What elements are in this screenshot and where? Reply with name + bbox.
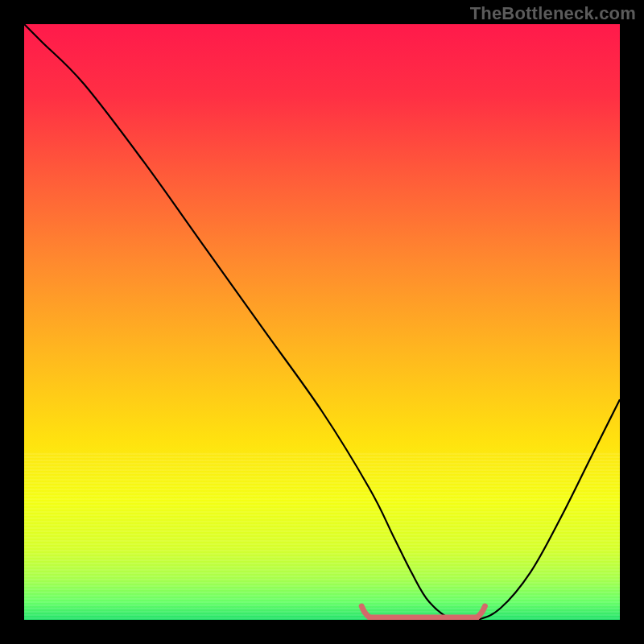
- svg-rect-51: [24, 617, 620, 619]
- svg-rect-26: [24, 537, 620, 539]
- svg-rect-36: [24, 569, 620, 571]
- svg-rect-31: [24, 553, 620, 555]
- svg-rect-8: [24, 479, 620, 481]
- svg-rect-11: [24, 489, 620, 490]
- svg-rect-34: [24, 563, 620, 564]
- svg-rect-20: [24, 518, 620, 519]
- svg-rect-38: [24, 576, 620, 577]
- svg-rect-7: [24, 476, 620, 477]
- svg-rect-29: [24, 547, 620, 548]
- svg-rect-42: [24, 588, 620, 590]
- svg-rect-13: [24, 495, 620, 497]
- svg-rect-24: [24, 530, 620, 532]
- svg-rect-41: [24, 585, 620, 587]
- svg-rect-10: [24, 485, 620, 487]
- svg-rect-33: [24, 559, 620, 561]
- svg-rect-1: [24, 456, 620, 458]
- watermark-text: TheBottleneck.com: [470, 3, 636, 24]
- svg-rect-39: [24, 579, 620, 580]
- svg-rect-6: [24, 473, 620, 474]
- svg-rect-14: [24, 498, 620, 500]
- svg-rect-35: [24, 566, 620, 568]
- svg-rect-32: [24, 556, 620, 558]
- svg-rect-5: [24, 469, 620, 471]
- svg-rect-4: [24, 466, 620, 468]
- svg-rect-21: [24, 521, 620, 522]
- svg-rect-9: [24, 482, 620, 484]
- svg-rect-46: [24, 601, 620, 603]
- svg-rect-45: [24, 598, 620, 600]
- bottleneck-chart: [24, 24, 620, 620]
- plot-area: [24, 24, 620, 620]
- svg-rect-19: [24, 514, 620, 516]
- svg-rect-47: [24, 605, 620, 606]
- svg-rect-28: [24, 543, 620, 545]
- svg-rect-43: [24, 592, 620, 593]
- svg-rect-49: [24, 611, 620, 613]
- svg-rect-44: [24, 595, 620, 597]
- svg-rect-2: [24, 460, 620, 461]
- svg-rect-12: [24, 492, 620, 493]
- chart-frame: TheBottleneck.com: [0, 0, 644, 644]
- svg-rect-3: [24, 463, 620, 464]
- svg-rect-30: [24, 550, 620, 551]
- svg-rect-40: [24, 582, 620, 584]
- svg-rect-48: [24, 608, 620, 609]
- svg-rect-18: [24, 511, 620, 513]
- svg-rect-15: [24, 502, 620, 503]
- svg-rect-0: [24, 453, 620, 455]
- svg-rect-17: [24, 508, 620, 510]
- svg-rect-22: [24, 524, 620, 526]
- svg-rect-25: [24, 534, 620, 535]
- svg-rect-16: [24, 505, 620, 506]
- svg-rect-27: [24, 540, 620, 542]
- svg-rect-50: [24, 614, 620, 616]
- svg-rect-23: [24, 527, 620, 529]
